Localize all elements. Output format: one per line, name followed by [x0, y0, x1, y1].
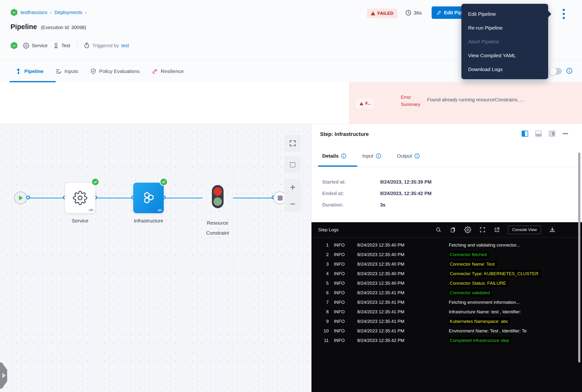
inputs-icon: [55, 68, 62, 75]
log-message: Connector validated: [449, 289, 492, 296]
svg-text:∞: ∞: [13, 44, 15, 48]
step-logs-panel: Step Logs Console View 1INFO8/24/2023 12…: [312, 222, 582, 392]
log-timestamp: 8/24/2023 12:35:41 PM: [357, 319, 449, 324]
selection-box-icon: [289, 161, 296, 168]
console-view-button[interactable]: Console View: [508, 226, 541, 234]
service-meta[interactable]: Service: [23, 42, 48, 49]
log-row: 9INFO8/24/2023 12:35:41 PMKubernetes Nam…: [312, 317, 582, 326]
log-message: Environment Name: Test , Identifier: Te: [449, 328, 527, 334]
log-message: Connector Name: Test: [449, 260, 497, 268]
log-row: 4INFO8/24/2023 12:35:40 PMConnector Type…: [312, 269, 582, 278]
success-check-badge: [91, 178, 99, 186]
panel-scrollbar[interactable]: [578, 152, 580, 362]
tab-pipeline-label: Pipeline: [24, 68, 44, 74]
log-level: INFO: [334, 281, 357, 286]
warning-icon: [359, 102, 363, 106]
tab-pipeline[interactable]: Pipeline: [15, 60, 44, 82]
more-options-kebab-button[interactable]: [559, 7, 568, 21]
breadcrumb-project-link[interactable]: testfrancisco: [20, 10, 47, 15]
execution-id: (Execution Id: 30098): [41, 25, 86, 30]
log-message: Fetching and validating connector...: [449, 242, 520, 248]
log-settings-gear-icon[interactable]: [464, 226, 471, 233]
code-icon: </>: [89, 208, 93, 212]
layout-horizontal-split-button[interactable]: [535, 131, 542, 137]
menu-item-view-compiled-yaml[interactable]: View Compiled YAML: [461, 49, 548, 62]
stage-summary-bar: deploy Started at: 8/24/2023, 12:35:11 P…: [0, 82, 582, 124]
fullscreen-logs-icon[interactable]: [479, 226, 486, 233]
check-icon: [162, 180, 166, 184]
log-line-number: 1: [312, 242, 329, 248]
step-logs-header: Step Logs Console View: [312, 222, 582, 238]
shield-check-icon: [90, 68, 96, 75]
tab-resilience[interactable]: Resilience: [152, 60, 184, 82]
zoom-out-button[interactable]: −: [290, 200, 295, 208]
service-step-node[interactable]: </>: [65, 183, 95, 213]
log-timestamp: 8/24/2023 12:35:42 PM: [357, 338, 449, 343]
log-lines[interactable]: 1INFO8/24/2023 12:35:40 PMFetching and v…: [312, 240, 582, 345]
start-node[interactable]: [14, 192, 27, 204]
status-badge-label: FAILED: [378, 11, 394, 16]
harness-cd-logo-icon: ∞: [10, 8, 18, 16]
status-badge: FAILED: [367, 8, 397, 18]
triggered-by-label: Triggered by: [92, 43, 119, 48]
environment-name: Test: [61, 43, 70, 48]
tab-details[interactable]: Details: [322, 153, 347, 159]
tab-policy-evaluations[interactable]: Policy Evaluations: [90, 60, 140, 82]
open-external-icon[interactable]: [494, 227, 500, 233]
log-level: INFO: [334, 290, 357, 296]
view-toggle-switch[interactable]: [549, 68, 562, 75]
environment-icon: [53, 42, 59, 49]
search-logs-icon[interactable]: [435, 227, 442, 233]
minimize-panel-button[interactable]: [563, 133, 568, 134]
step-details-panel: Step: Infrastructure Details Input Outpu…: [311, 124, 582, 392]
gear-icon: [73, 190, 87, 205]
log-timestamp: 8/24/2023 12:35:41 PM: [357, 328, 449, 334]
menu-item-download-logs[interactable]: Download Logs: [461, 62, 548, 76]
multi-select-button[interactable]: [284, 156, 301, 173]
breadcrumb: ∞ testfrancisco › Deployments ›: [10, 8, 86, 16]
log-line-number: 9: [312, 319, 329, 324]
log-level: INFO: [334, 319, 357, 324]
breadcrumb-deployments-link[interactable]: Deployments: [54, 10, 82, 15]
menu-item-re-run-pipeline[interactable]: Re-run Pipeline: [461, 21, 548, 35]
log-level: INFO: [334, 262, 357, 267]
tab-inputs[interactable]: Inputs: [55, 60, 78, 82]
log-level: INFO: [334, 252, 357, 257]
layout-vertical-split-button[interactable]: [522, 131, 528, 137]
zoom-in-button[interactable]: +: [290, 184, 295, 191]
pipeline-graph-canvas[interactable]: </> Service </> Infrastructure Resource …: [0, 124, 311, 392]
service-name: Service: [32, 43, 48, 48]
tab-input[interactable]: Input: [362, 153, 381, 159]
log-row: 11INFO8/24/2023 12:35:42 PMCompleted inf…: [312, 336, 582, 345]
download-logs-icon[interactable]: [549, 226, 556, 233]
svg-text:∞: ∞: [13, 10, 15, 14]
play-icon: [19, 196, 23, 200]
node-port: [26, 196, 30, 199]
red-light: [214, 188, 222, 196]
infrastructure-step-node[interactable]: </>: [133, 183, 164, 213]
menu-item-edit-pipeline[interactable]: Edit Pipeline: [461, 7, 548, 21]
pipeline-options-menu: Edit PipelineRe-run PipelineAbort Pipeli…: [461, 4, 548, 79]
log-message: Connector fetched: [449, 251, 489, 258]
resource-constraint-node[interactable]: [212, 185, 224, 208]
warning-icon: [371, 11, 375, 16]
info-icon[interactable]: [566, 68, 573, 74]
fullscreen-graph-button[interactable]: [284, 135, 301, 152]
page-title: Pipeline: [10, 23, 37, 31]
clock-icon: [405, 10, 412, 16]
tab-output[interactable]: Output: [397, 153, 420, 159]
log-row: 1INFO8/24/2023 12:35:40 PMFetching and v…: [312, 240, 582, 250]
layout-right-drawer-button[interactable]: [549, 131, 555, 137]
log-timestamp: 8/24/2023 12:35:41 PM: [357, 309, 449, 314]
log-row: 10INFO8/24/2023 12:35:41 PMEnvironment N…: [312, 326, 582, 336]
infrastructure-node-label: Infrastructure: [128, 218, 169, 224]
info-icon: [414, 153, 420, 159]
environment-meta[interactable]: Test: [53, 42, 70, 49]
log-row: 6INFO8/24/2023 12:35:41 PMConnector vali…: [312, 288, 582, 298]
graph-edge: [233, 198, 277, 198]
left-panel-expand-handle[interactable]: [0, 362, 7, 389]
menu-item-abort-pipeline: Abort Pipeline: [461, 35, 548, 49]
triggered-by-user-link[interactable]: test: [121, 43, 129, 48]
failed-pill: F...: [356, 98, 374, 108]
copy-logs-icon[interactable]: [450, 226, 456, 233]
